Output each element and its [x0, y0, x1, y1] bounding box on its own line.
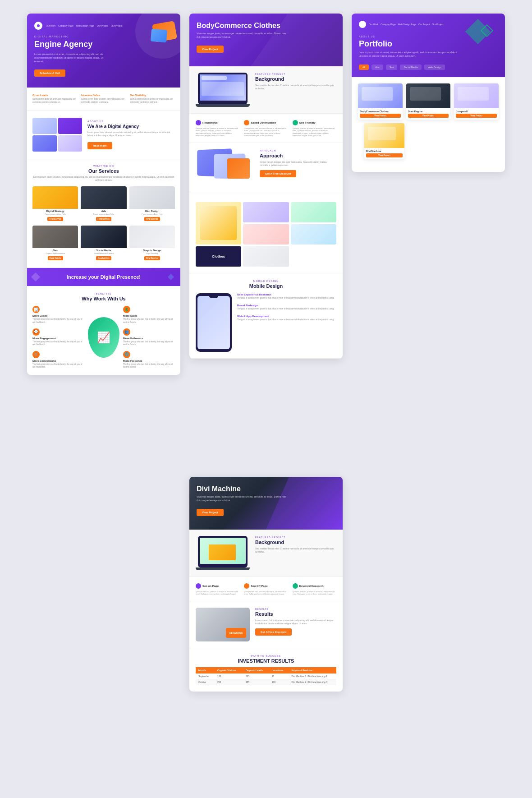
service-btn-3[interactable]: Find Service	[144, 217, 160, 221]
why-right-column: 💲 More Sales The first group who can fin…	[123, 306, 175, 369]
c2-feature-desc-2: The goal of using Lorem Ipsum is that it…	[237, 308, 336, 310]
c3-nav-link-3[interactable]: Web Design Page	[398, 23, 416, 26]
c3-project-btn-2[interactable]: View Project	[408, 114, 449, 118]
c4-icon-badge-3: Keyword Research	[293, 583, 324, 589]
c2-portfolio-section: Clothes	[189, 192, 343, 273]
c3-project-screen-4	[368, 127, 396, 140]
service-desc-5: Social Networks Content	[81, 252, 126, 256]
agency-read-more-button[interactable]: Read More	[87, 142, 112, 149]
why-item-desc-2: The first group who can find to family, …	[123, 318, 175, 324]
c2-mobile-title: Mobile Design	[196, 283, 336, 289]
c2-background-desc: Sed porttitor lectus nibh. Curabitur non…	[255, 84, 336, 91]
c3-project-btn-3[interactable]: View Project	[456, 114, 497, 118]
hero-content: DIGITAL MARKETING Engine Agency Lorem ip…	[34, 35, 173, 77]
c2-background-title: Background	[255, 76, 336, 82]
hero-cta-button[interactable]: Schedule A Call	[34, 69, 65, 77]
c2-icon-item-1: Responsive Quisque velit nisi, pretium u…	[196, 119, 239, 137]
nav-link-3[interactable]: Web Design Page	[76, 24, 94, 27]
c2-seo-icon	[293, 120, 298, 125]
c3-project-3: Jumpstall View Project	[454, 83, 499, 120]
c2-background-label: FEATURED PROJECT	[255, 73, 336, 75]
c4-background-label: FEATURED PROJECT	[255, 536, 336, 539]
feature-item-2: Increase Sales Samus lorem dolor sit ame…	[81, 94, 126, 104]
service-btn-4[interactable]: Read Article	[48, 256, 63, 260]
logo[interactable]	[34, 22, 42, 30]
c4-icon-badge-1: Seo on Page	[196, 583, 219, 589]
c3-nav-link-2[interactable]: Category Page	[381, 23, 395, 26]
service-btn-6[interactable]: Find Service	[144, 256, 160, 260]
cta-banner-text: Increase your Digital Presence!	[67, 274, 141, 280]
why-left-column: 📊 More Leads The first group who can fin…	[32, 306, 84, 369]
c2-phone-mockup	[196, 293, 232, 352]
nav-link-1[interactable]: Our Work	[46, 24, 55, 27]
c4-icon-item-3: Keyword Research Quisque velit nisi, pre…	[293, 582, 336, 595]
c4-background-text: FEATURED PROJECT Background Sed porttito…	[255, 536, 336, 570]
c4-results-image: KEYWORDS	[196, 608, 250, 641]
c2-portfolio-3	[291, 202, 336, 222]
c3-project-name-2: Start Engine	[406, 108, 451, 114]
c4-results-title: Results	[255, 611, 336, 617]
c3-nav-link-1[interactable]: Our Work	[369, 23, 378, 26]
c3-filter-ads[interactable]: Ads	[371, 65, 383, 70]
c4-results-section: KEYWORDS RESULTS Results Lorem ipsum dol…	[189, 601, 343, 648]
c4-col-visitors: Organic Visitors	[215, 667, 243, 673]
service-item-5: Social Media Social Networks Content Rea…	[81, 226, 126, 262]
c3-nav-link-4[interactable]: Our Project	[418, 23, 430, 26]
c2-responsive-icon	[196, 120, 201, 125]
chart-icon: 📈	[97, 331, 110, 344]
c2-icon-desc-2: Quisque velit nisi, pretium ut lacinia i…	[244, 127, 288, 137]
c3-project-btn-4[interactable]: View Project	[366, 153, 403, 157]
c3-nav-links: Our Work Category Page Web Design Page O…	[369, 23, 443, 26]
feature-item-1: Grow Leads Samus lorem dolor sit amet, p…	[32, 94, 78, 104]
c4-col-locations: Locations	[269, 667, 289, 673]
engine-agency-card: Our Work Category Page Web Design Page O…	[27, 14, 180, 375]
c3-grid-row-1: BodyCommerce Clothes View Project Start …	[358, 83, 499, 120]
c3-filter-social[interactable]: Social Media	[400, 65, 422, 70]
c2-speed-icon	[244, 120, 249, 125]
c2-portfolio-4	[243, 224, 289, 244]
c2-icon-item-2: Speed Optimization Quisque velit nisi, p…	[244, 119, 288, 137]
nav-link-2[interactable]: Category Page	[58, 24, 73, 27]
c2-feature-desc-3: The goal of using Lorem Ipsum is that it…	[237, 318, 336, 321]
screen-grid	[32, 118, 82, 152]
services-desc: Lorem ipsum dolor sit amet, consectetur …	[32, 175, 175, 182]
c3-nav-link-5[interactable]: Our Project	[432, 23, 443, 26]
why-item-4: 👥 More Followers The first group who can…	[123, 328, 175, 346]
feature-desc-2: Samus lorem dolor sit amet, per malesuad…	[81, 98, 126, 104]
c4-results-desc: Lorem ipsum dolor sit amet consectetur a…	[255, 619, 336, 626]
c2-laptop-image	[196, 73, 250, 107]
agency-section: ABOUT US We Are a Digital Agency Lorem i…	[27, 111, 180, 159]
c3-logo[interactable]	[359, 21, 366, 28]
c2-icon-item-3: Seo Friendly Quisque velit nisi, pretium…	[293, 119, 336, 137]
why-item-desc-5: The first group who can find to family, …	[32, 363, 84, 369]
c4-view-project-button[interactable]: View Project	[197, 509, 224, 516]
c3-filter-seo[interactable]: Seo	[386, 65, 398, 70]
c2-approach-section: APPROACH Approach Donec rutrum congue le…	[189, 143, 343, 192]
service-btn-5[interactable]: Read Article	[96, 256, 111, 260]
c4-keywords-label: KEYWORDS	[229, 632, 243, 634]
agency-label: ABOUT US	[87, 120, 175, 123]
why-item-6: 🌐 More Presence The first group who can …	[123, 351, 175, 369]
service-img-6	[129, 226, 175, 248]
c3-filter-web[interactable]: Web Design	[424, 65, 445, 70]
more-engagement-icon: 💬	[32, 328, 40, 336]
c2-approach-title: Approach	[260, 153, 336, 158]
nav-link-5[interactable]: Our Project	[111, 24, 122, 27]
why-item-1: 📊 More Leads The first group who can fin…	[32, 306, 84, 324]
c2-icons-section: Responsive Quisque velit nisi, pretium u…	[189, 114, 343, 143]
why-item-2: 💲 More Sales The first group who can fin…	[123, 306, 175, 324]
c2-view-project-button[interactable]: View Project	[197, 46, 224, 53]
service-item-6: Graphic Design Logo Branding Find Servic…	[129, 226, 175, 262]
c2-approach-cta-button[interactable]: Get A Free Discount	[260, 170, 296, 177]
service-btn-2[interactable]: Find Service	[96, 217, 112, 221]
c4-results-cta-button[interactable]: Get A Free Discount	[255, 628, 292, 636]
service-item-4: Seo Organic Implementation Read Article	[32, 226, 78, 262]
c2-approach-text: APPROACH Approach Donec rutrum congue le…	[260, 149, 336, 177]
c3-project-img-4	[364, 123, 404, 148]
c3-filter-all[interactable]: All	[359, 65, 369, 70]
c3-project-btn-1[interactable]: View Project	[360, 114, 401, 118]
service-btn-1[interactable]: Find Service	[47, 217, 63, 221]
c4-laptop-shape	[198, 536, 248, 567]
nav-links: Our Work Category Page Web Design Page O…	[46, 24, 122, 27]
nav-link-4[interactable]: Our Project	[97, 24, 108, 27]
